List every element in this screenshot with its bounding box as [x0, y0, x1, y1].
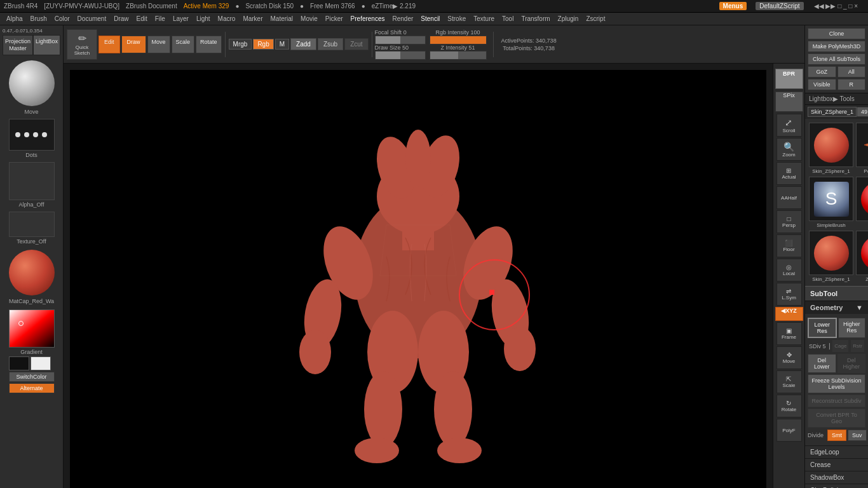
rstr-button[interactable]: Rstr	[851, 340, 864, 352]
draw-button[interactable]: Draw	[121, 36, 146, 53]
move-button[interactable]: Move	[147, 36, 170, 53]
geometry-section-header[interactable]: Geometry ▼	[805, 301, 868, 314]
rotate-tool-button[interactable]: ↻ Rotate	[776, 395, 802, 417]
menu-layer[interactable]: Layer	[169, 14, 193, 24]
convert-bpr-button[interactable]: Convert BPR To Geo	[808, 409, 865, 428]
alpha-sphere-preview[interactable]	[9, 60, 55, 106]
menu-draw[interactable]: Draw	[110, 14, 132, 24]
current-tool-value[interactable]: 49	[857, 107, 868, 117]
subtool-header[interactable]: SubTool	[805, 286, 868, 301]
menu-material[interactable]: Material	[267, 14, 297, 24]
menu-stroke[interactable]: Stroke	[444, 14, 470, 24]
menu-picker[interactable]: Picker	[322, 14, 347, 24]
default-zscript-button[interactable]: DefaultZScript	[756, 2, 803, 10]
z-intensity-slider[interactable]	[430, 51, 487, 60]
white-swatch[interactable]	[31, 356, 51, 370]
menu-render[interactable]: Render	[389, 14, 417, 24]
menu-tool[interactable]: Tool	[498, 14, 517, 24]
xyz-button[interactable]: ◀XYZ	[775, 307, 803, 321]
quick-sketch-button[interactable]: ✏ Quick Sketch	[67, 29, 97, 60]
menu-edit[interactable]: Edit	[133, 14, 151, 24]
dots-preview[interactable]	[9, 119, 55, 151]
freeze-subdiv-button[interactable]: Freeze SubDivision Levels	[808, 374, 865, 393]
menu-stencil[interactable]: Stencil	[417, 14, 444, 24]
lightbox-tools-label[interactable]: Lightbox▶ Tools	[805, 93, 868, 104]
polyf-button[interactable]: PolyF	[776, 419, 802, 442]
lsym-button[interactable]: ⇌ L.Sym	[776, 283, 802, 306]
m-toggle[interactable]: M	[275, 39, 289, 50]
del-lower-button[interactable]: Del Lower	[808, 354, 836, 373]
switch-color-button[interactable]: SwitchColor	[9, 372, 55, 382]
lightbox-button[interactable]: LightBox	[33, 35, 60, 55]
rgb-intensity-slider[interactable]	[430, 36, 487, 44]
color-gradient[interactable]	[9, 309, 55, 348]
zadd-button[interactable]: Zadd	[290, 38, 316, 50]
zsub-button[interactable]: Zsub	[318, 38, 343, 50]
rotate-button[interactable]: Rotate	[196, 36, 222, 53]
del-higher-button[interactable]: Del Higher	[837, 354, 866, 373]
menu-brush[interactable]: Brush	[27, 14, 51, 24]
alternate-button[interactable]: Alternate	[9, 383, 55, 393]
menu-preferences[interactable]: Preferences	[347, 14, 389, 24]
menu-movie[interactable]: Movie	[297, 14, 322, 24]
tool-item-skin-zsphere1b[interactable]: Skin_ZSphere_1	[809, 231, 853, 282]
lower-res-button[interactable]: Lower Res	[808, 318, 837, 338]
mrgb-toggle[interactable]: Mrgb	[229, 39, 252, 50]
scroll-button[interactable]: ⤢ Scroll	[776, 114, 802, 137]
goz-button[interactable]: GoZ	[808, 66, 836, 78]
visible-button[interactable]: Visible	[808, 79, 836, 90]
frame-button[interactable]: ▣ Frame	[776, 322, 802, 345]
smt-button[interactable]: Smt	[827, 430, 846, 441]
menu-color[interactable]: Color	[51, 14, 74, 24]
menu-file[interactable]: File	[151, 14, 169, 24]
matcap-sphere-preview[interactable]	[9, 250, 55, 295]
persp-button[interactable]: □ Persp	[776, 210, 802, 233]
rgb-toggle[interactable]: Rgb	[253, 39, 273, 50]
tool-item-skin-zsphere1[interactable]: Skin_ZSphere_1	[809, 123, 853, 174]
zoom-button[interactable]: 🔍 Zoom	[776, 138, 802, 161]
scale-button[interactable]: Scale	[172, 36, 195, 53]
cage-button[interactable]: Cage	[832, 340, 848, 352]
menu-transform[interactable]: Transform	[517, 14, 553, 24]
bpr-button[interactable]: BPR	[775, 69, 803, 89]
spix-button[interactable]: SPix	[775, 92, 803, 112]
actual-button[interactable]: ⊞ Actual	[776, 162, 802, 185]
zcut-button[interactable]: Zcut	[344, 38, 368, 50]
move-tool-button[interactable]: ✥ Move	[776, 346, 802, 369]
edgeloop-item[interactable]: EdgeLoop	[805, 445, 868, 458]
menu-marker[interactable]: Marker	[239, 14, 266, 24]
menu-light[interactable]: Light	[193, 14, 214, 24]
menu-alpha[interactable]: Alpha	[3, 14, 27, 24]
claypolish-item[interactable]: ClayPolish	[805, 484, 868, 488]
local-button[interactable]: ◎ Local	[776, 259, 802, 281]
tool-item-zsphere1[interactable]: ZSphere_1	[856, 231, 868, 282]
aahalf-button[interactable]: AAHalf	[776, 186, 802, 209]
alpha-texture-preview[interactable]	[9, 162, 55, 200]
tool-item-polymesh3d[interactable]: PolyMesh3D	[856, 123, 868, 174]
menu-zplugin[interactable]: Zplugin	[554, 14, 583, 24]
current-tool-selector[interactable]: Skin_ZSphere_1	[808, 107, 857, 117]
menu-zscript[interactable]: Zscript	[582, 14, 609, 24]
black-swatch[interactable]	[9, 356, 29, 370]
menus-button[interactable]: Menus	[719, 2, 747, 10]
draw-size-slider[interactable]	[375, 51, 426, 60]
higher-res-button[interactable]: Higher Res	[838, 318, 866, 338]
suv-button[interactable]: Suv	[848, 430, 867, 441]
shadowbox-item[interactable]: ShadowBox	[805, 471, 868, 484]
r-button[interactable]: R	[837, 79, 866, 90]
scale-tool-button[interactable]: ⇱ Scale	[776, 370, 802, 393]
edit-button[interactable]: Edit	[98, 36, 120, 53]
crease-item[interactable]: Crease	[805, 458, 868, 471]
texture-preview[interactable]	[9, 212, 55, 237]
reconstruct-subdiv-button[interactable]: Reconstruct Subdiv	[808, 395, 865, 407]
menu-texture[interactable]: Texture	[470, 14, 498, 24]
canvas[interactable]: ◀XYZ	[64, 64, 773, 488]
clone-button[interactable]: Clone	[808, 28, 865, 39]
menu-document[interactable]: Document	[74, 14, 111, 24]
clone-all-subtools-button[interactable]: Clone All SubTools	[808, 53, 865, 65]
floor-button[interactable]: ⬛ Floor	[776, 234, 802, 257]
focal-shift-slider[interactable]	[375, 36, 426, 44]
make-polymesh3d-button[interactable]: Make PolyMesh3D	[808, 41, 865, 52]
sdiv-slider[interactable]	[829, 342, 831, 350]
projection-master-button[interactable]: Projection Master	[3, 35, 33, 55]
